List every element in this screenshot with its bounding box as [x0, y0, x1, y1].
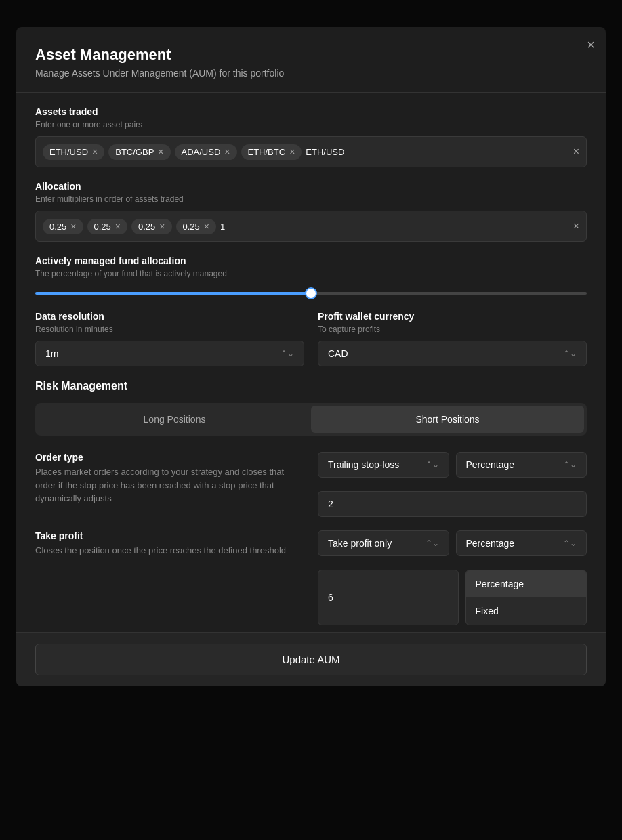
allocation-input[interactable]: [220, 222, 569, 232]
fund-allocation-label: Actively managed fund allocation: [35, 255, 587, 266]
profit-wallet-select[interactable]: CAD ⌃⌄: [318, 341, 587, 366]
divider: [16, 92, 606, 93]
chevron-icon-tp-unit: ⌃⌄: [563, 539, 577, 548]
asset-tag-eth-usd: ETH/USD ×: [43, 144, 104, 160]
modal-subtitle: Manage Assets Under Management (AUM) for…: [35, 68, 587, 79]
order-type-select[interactable]: Trailing stop-loss ⌃⌄: [318, 452, 449, 478]
order-type-section: Order type Places market orders accordin…: [35, 452, 587, 517]
order-type-description: Places market orders according to your s…: [35, 465, 304, 505]
slider-container: [35, 285, 587, 297]
assets-label: Assets traded: [35, 106, 587, 117]
allocation-hint: Enter multipliers in order of assets tra…: [35, 194, 587, 204]
modal-footer: Update AUM: [16, 632, 606, 686]
fund-allocation-section: Actively managed fund allocation The per…: [35, 255, 587, 278]
take-profit-section: Take profit Closes the position once the…: [35, 530, 587, 625]
short-positions-tab[interactable]: Short Positions: [311, 406, 584, 433]
profit-wallet-value: CAD: [328, 348, 348, 359]
risk-title: Risk Management: [35, 380, 587, 392]
data-resolution-value: 1m: [45, 348, 58, 359]
resolution-profit-row: Data resolution Resolution in minutes 1m…: [35, 311, 587, 366]
order-unit-select[interactable]: Percentage ⌃⌄: [456, 452, 587, 478]
chevron-icon-tp: ⌃⌄: [426, 539, 439, 548]
update-aum-button[interactable]: Update AUM: [35, 644, 587, 675]
order-amount-input[interactable]: [318, 491, 587, 517]
fund-allocation-slider[interactable]: [35, 292, 587, 295]
chevron-up-down-icon: ⌃⌄: [281, 349, 294, 358]
order-type-selects: Trailing stop-loss ⌃⌄ Percentage ⌃⌄: [318, 452, 587, 478]
take-profit-unit-value: Percentage: [466, 538, 515, 549]
take-profit-dropdown: Percentage Fixed: [465, 570, 587, 625]
order-type-value: Trailing stop-loss: [328, 459, 399, 470]
remove-alloc-3[interactable]: ×: [159, 222, 165, 231]
remove-ada-usd[interactable]: ×: [224, 147, 230, 156]
close-button[interactable]: ×: [587, 38, 595, 51]
profit-wallet-col: Profit wallet currency To capture profit…: [318, 311, 587, 366]
take-profit-amount-input[interactable]: [318, 570, 459, 625]
order-type-controls: Trailing stop-loss ⌃⌄ Percentage ⌃⌄: [318, 452, 587, 517]
data-resolution-select[interactable]: 1m ⌃⌄: [35, 341, 304, 366]
remove-eth-btc[interactable]: ×: [289, 147, 295, 156]
position-tabs: Long Positions Short Positions: [35, 403, 587, 436]
chevron-up-down-icon-2: ⌃⌄: [563, 349, 577, 358]
take-profit-amount-row: Percentage Fixed: [318, 570, 587, 625]
long-positions-tab[interactable]: Long Positions: [38, 406, 311, 433]
alloc-tag-2: 0.25 ×: [87, 219, 128, 234]
modal-overlay: × Asset Management Manage Assets Under M…: [0, 0, 622, 840]
fund-allocation-hint: The percentage of your fund that is acti…: [35, 269, 587, 278]
remove-alloc-1[interactable]: ×: [70, 222, 76, 231]
assets-hint: Enter one or more asset pairs: [35, 120, 587, 129]
risk-management-section: Risk Management Long Positions Short Pos…: [35, 380, 587, 625]
chevron-icon-unit: ⌃⌄: [563, 460, 577, 469]
take-profit-description: Closes the position once the price reach…: [35, 544, 304, 558]
alloc-tag-1: 0.25 ×: [43, 219, 83, 234]
profit-wallet-hint: To capture profits: [318, 324, 587, 334]
remove-alloc-4[interactable]: ×: [204, 222, 209, 231]
asset-tag-eth-btc: ETH/BTC ×: [241, 144, 302, 160]
allocation-tags-input[interactable]: 0.25 × 0.25 × 0.25 × 0.25 × ×: [35, 211, 587, 242]
order-unit-value: Percentage: [466, 459, 515, 470]
dropdown-option-fixed[interactable]: Fixed: [466, 597, 587, 625]
alloc-tag-3: 0.25 ×: [131, 219, 172, 234]
assets-input[interactable]: [306, 147, 568, 157]
order-type-label: Order type: [35, 452, 304, 463]
modal-title: Asset Management: [35, 46, 587, 64]
take-profit-controls: Take profit only ⌃⌄ Percentage ⌃⌄ Percen…: [318, 530, 587, 625]
data-resolution-label: Data resolution: [35, 311, 304, 322]
take-profit-unit-select[interactable]: Percentage ⌃⌄: [456, 530, 587, 556]
data-resolution-hint: Resolution in minutes: [35, 324, 304, 334]
allocation-clear-button[interactable]: ×: [573, 220, 579, 232]
allocation-label: Allocation: [35, 181, 587, 192]
asset-tag-btc-gbp: BTC/GBP ×: [108, 144, 170, 160]
modal: × Asset Management Manage Assets Under M…: [16, 27, 606, 686]
data-resolution-col: Data resolution Resolution in minutes 1m…: [35, 311, 304, 366]
take-profit-type-select[interactable]: Take profit only ⌃⌄: [318, 530, 449, 556]
assets-section: Assets traded Enter one or more asset pa…: [35, 106, 587, 129]
remove-alloc-2[interactable]: ×: [115, 222, 121, 231]
profit-wallet-label: Profit wallet currency: [318, 311, 587, 322]
allocation-section: Allocation Enter multipliers in order of…: [35, 181, 587, 204]
remove-btc-gbp[interactable]: ×: [158, 147, 163, 156]
dropdown-option-percentage[interactable]: Percentage: [466, 570, 587, 597]
asset-tag-ada-usd: ADA/USD ×: [175, 144, 237, 160]
order-type-left: Order type Places market orders accordin…: [35, 452, 304, 517]
chevron-icon-order: ⌃⌄: [426, 460, 439, 469]
assets-tags-input[interactable]: ETH/USD × BTC/GBP × ADA/USD × ETH/BTC × …: [35, 136, 587, 167]
remove-eth-usd[interactable]: ×: [92, 147, 98, 156]
assets-clear-button[interactable]: ×: [573, 146, 579, 158]
take-profit-label: Take profit: [35, 530, 304, 541]
take-profit-selects: Take profit only ⌃⌄ Percentage ⌃⌄: [318, 530, 587, 556]
alloc-tag-4: 0.25 ×: [176, 219, 217, 234]
take-profit-left: Take profit Closes the position once the…: [35, 530, 304, 625]
take-profit-type-value: Take profit only: [328, 538, 392, 549]
